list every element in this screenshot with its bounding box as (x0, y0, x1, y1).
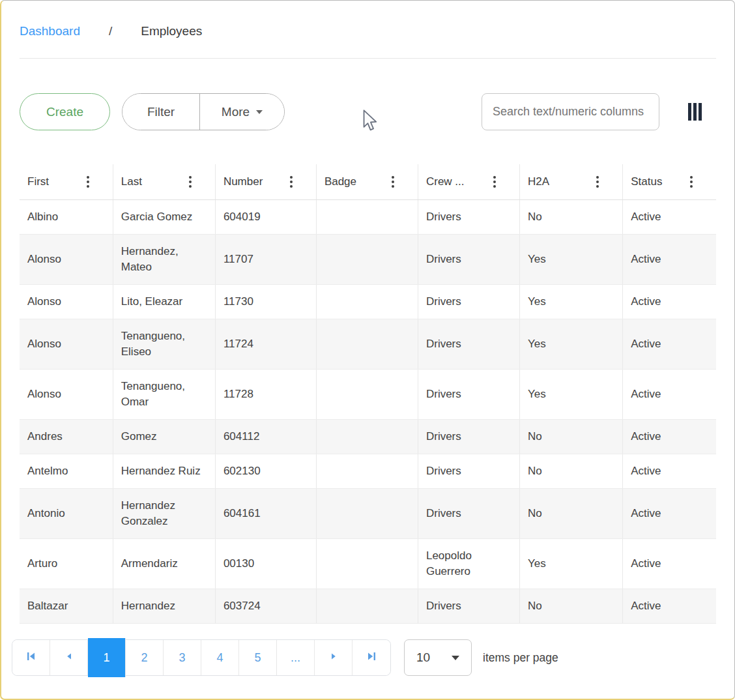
pager-page-button-3[interactable]: 3 (164, 640, 201, 675)
table-cell (316, 420, 418, 454)
last-page-button[interactable] (353, 640, 390, 675)
filter-more-button-group: Filter More (122, 93, 285, 130)
pager-page-button-4[interactable]: 4 (201, 640, 239, 675)
table-cell: 11724 (215, 319, 316, 370)
column-header-crew[interactable]: Crew ... (418, 164, 519, 200)
table-cell: Alonso (20, 319, 113, 370)
column-header-h2a[interactable]: H2A (520, 164, 623, 200)
column-header-number[interactable]: Number (215, 164, 316, 200)
column-header-label: Status (631, 175, 662, 188)
table-cell: Hernandez (113, 589, 215, 624)
table-cell: Drivers (418, 454, 519, 489)
column-menu-icon[interactable] (188, 175, 193, 189)
table-cell: Drivers (418, 489, 519, 539)
table-cell: Arturo (20, 539, 113, 589)
table-row[interactable]: AlonsoLito, Eleazar11730DriversYesActive (20, 285, 716, 319)
table-cell: Yes (520, 235, 623, 285)
column-chooser-icon[interactable] (688, 103, 702, 121)
employees-table: FirstLastNumberBadgeCrew ...H2AStatus Al… (20, 164, 716, 624)
column-header-badge[interactable]: Badge (316, 164, 418, 200)
column-header-label: Crew ... (426, 175, 465, 188)
table-cell: 604161 (215, 489, 316, 539)
breadcrumb-current-page: Employees (141, 24, 202, 38)
table-cell: 00130 (215, 539, 316, 589)
table-row[interactable]: AlonsoHernandez, Mateo11707DriversYesAct… (20, 235, 716, 285)
table-cell (316, 454, 418, 489)
items-per-page-select[interactable]: 10 (404, 639, 472, 676)
items-per-page-value: 10 (416, 650, 430, 665)
column-menu-icon[interactable] (390, 175, 396, 189)
table-row[interactable]: AntonioHernandez Gonzalez604161DriversNo… (20, 489, 716, 539)
breadcrumb-dashboard-link[interactable]: Dashboard (20, 24, 80, 38)
column-header-label: Number (223, 175, 263, 188)
table-cell: Leopoldo Guerrero (418, 539, 519, 589)
table-row[interactable]: AlbinoGarcia Gomez604019DriversNoActive (20, 200, 716, 235)
table-cell: No (520, 454, 623, 489)
table-row[interactable]: BaltazarHernandez603724DriversNoActive (20, 589, 716, 624)
table-cell: Active (623, 200, 716, 235)
breadcrumb-separator: / (109, 24, 112, 38)
table-row[interactable]: AlonsoTenangueno, Omar11728DriversYesAct… (20, 370, 716, 420)
table-cell: Drivers (418, 285, 519, 319)
more-button[interactable]: More (200, 94, 284, 130)
table-cell: 11730 (215, 285, 316, 319)
table-row[interactable]: AndresGomez604112DriversNoActive (20, 420, 716, 454)
table-cell: Drivers (418, 200, 519, 235)
table-cell: 11707 (215, 235, 316, 285)
column-header-first[interactable]: First (20, 164, 113, 200)
next-page-button[interactable] (315, 640, 353, 675)
pager-more-pages-button[interactable]: ... (277, 640, 315, 675)
table-cell: Antonio (20, 489, 113, 539)
table-cell: Alonso (20, 370, 113, 420)
table-cell: Albino (20, 200, 113, 235)
column-menu-icon[interactable] (85, 175, 91, 189)
table-cell: Andres (20, 420, 113, 454)
table-cell (316, 589, 418, 624)
pager-page-button-2[interactable]: 2 (126, 640, 164, 675)
filter-button[interactable]: Filter (122, 94, 200, 130)
pager-page-button-1[interactable]: 1 (88, 638, 126, 677)
create-button[interactable]: Create (20, 93, 110, 130)
column-menu-icon[interactable] (492, 175, 497, 189)
table-cell: No (520, 200, 623, 235)
items-per-page-label: items per page (483, 651, 558, 665)
column-header-label: First (27, 175, 49, 188)
table-cell (316, 235, 418, 285)
first-page-button[interactable] (12, 640, 50, 675)
column-menu-icon[interactable] (595, 175, 600, 189)
table-cell: Active (623, 319, 716, 370)
toolbar: Create Filter More (20, 93, 716, 130)
table-cell: Drivers (418, 589, 519, 624)
table-row[interactable]: AlonsoTenangueno, Eliseo11724DriversYesA… (20, 319, 716, 370)
table-cell: No (520, 489, 623, 539)
column-header-label: Last (121, 175, 142, 188)
table-cell: Hernandez Ruiz (113, 454, 215, 489)
table-cell (316, 285, 418, 319)
column-header-status[interactable]: Status (623, 164, 716, 200)
table-cell: Drivers (418, 319, 519, 370)
column-header-last[interactable]: Last (113, 164, 215, 200)
table-cell: 11728 (215, 370, 316, 420)
previous-page-button[interactable] (50, 640, 88, 675)
table-cell (316, 489, 418, 539)
pager-page-button-5[interactable]: 5 (239, 640, 277, 675)
table-cell: Antelmo (20, 454, 113, 489)
table-cell: Drivers (418, 420, 519, 454)
table-row[interactable]: AntelmoHernandez Ruiz602130DriversNoActi… (20, 454, 716, 489)
breadcrumb: Dashboard / Employees (20, 1, 716, 38)
table-cell (316, 370, 418, 420)
previous-page-icon (64, 651, 74, 665)
search-input[interactable] (482, 93, 659, 130)
table-cell: Garcia Gomez (113, 200, 215, 235)
header-divider (20, 58, 716, 59)
table-row[interactable]: ArturoArmendariz00130Leopoldo GuerreroYe… (20, 539, 716, 589)
next-page-icon (328, 651, 339, 665)
table-cell: Yes (520, 285, 623, 319)
table-cell: Alonso (20, 235, 113, 285)
column-header-label: H2A (528, 175, 549, 188)
table-cell: Yes (520, 370, 623, 420)
column-menu-icon[interactable] (289, 175, 294, 189)
more-button-label: More (222, 105, 250, 119)
table-cell: Hernandez Gonzalez (113, 489, 215, 539)
column-menu-icon[interactable] (689, 175, 694, 189)
